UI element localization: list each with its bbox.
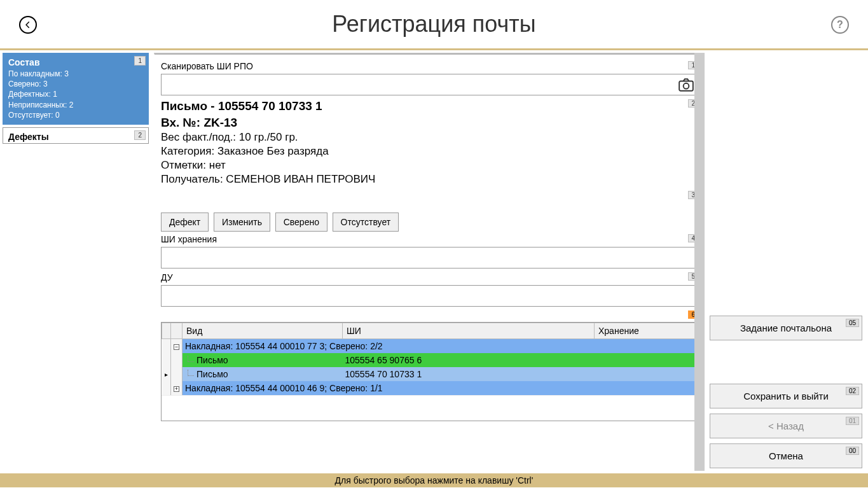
back-button[interactable] xyxy=(19,16,37,34)
center-panel: Сканировать ШИ РПО 1 Письмо - 105554 70 … xyxy=(151,50,705,473)
du-label: ДУ 5 xyxy=(161,272,698,282)
scrollbar[interactable] xyxy=(694,53,705,471)
cancel-button[interactable]: Отмена 00 xyxy=(710,443,862,468)
change-button[interactable]: Изменить xyxy=(214,213,270,232)
arrow-left-icon xyxy=(24,20,32,29)
header: Регистрация почты ? xyxy=(0,0,868,48)
tree-badge-row: 6 xyxy=(161,310,698,319)
help-icon: ? xyxy=(837,19,843,31)
left-sidebar: 1 Состав По накладным: 3 Сверено: 3 Дефе… xyxy=(0,50,151,473)
marks-line: Отметки: нет xyxy=(161,159,698,172)
composition-line: Сверено: 3 xyxy=(8,79,143,89)
camera-icon[interactable] xyxy=(678,76,694,93)
col-storage[interactable]: Хранение xyxy=(595,323,698,339)
table-row[interactable]: −Накладная: 105554 44 00010 77 3; Сверен… xyxy=(162,339,698,354)
page-title: Регистрация почты xyxy=(332,11,535,38)
table-row[interactable]: +Накладная: 105554 44 00010 46 9; Сверен… xyxy=(162,381,698,395)
save-exit-button[interactable]: Сохранить и выйти 02 xyxy=(710,384,862,408)
right-sidebar: Задание почтальона 05 Сохранить и выйти … xyxy=(705,50,867,473)
table-row[interactable]: Письмо105554 65 90765 6 xyxy=(162,353,698,367)
sidebar-item-defects[interactable]: 2 Дефекты xyxy=(3,127,149,144)
composition-line: По накладным: 3 xyxy=(8,69,143,79)
composition-body: По накладным: 3 Сверено: 3 Дефектных: 1 … xyxy=(3,69,148,124)
composition-line: Неприписанных: 2 xyxy=(8,100,143,110)
storage-input[interactable] xyxy=(161,247,698,268)
defects-badge: 2 xyxy=(134,130,146,140)
postman-task-button[interactable]: Задание почтальона 05 xyxy=(710,316,862,340)
back-nav-button[interactable]: < Назад 01 xyxy=(710,414,862,438)
weight-line: Вес факт./под.: 10 гр./50 гр. xyxy=(161,131,698,144)
help-button[interactable]: ? xyxy=(831,16,849,34)
absent-button[interactable]: Отсутствует xyxy=(333,213,399,232)
buttons-badge-row: 3 xyxy=(161,191,698,200)
scan-input[interactable] xyxy=(161,74,698,95)
defects-title: Дефекты xyxy=(3,128,148,143)
tree-table[interactable]: Вид ШИ Хранение −Накладная: 105554 44 00… xyxy=(161,322,698,421)
recipient-line: Получатель: СЕМЕНОВ ИВАН ПЕТРОВИЧ xyxy=(161,173,698,186)
composition-line: Отсутствует: 0 xyxy=(8,110,143,120)
inbox-number: Вх. №: ZK-13 xyxy=(161,116,698,130)
category-line: Категория: Заказное Без разряда xyxy=(161,145,698,158)
footer-hint: Для быстрого выбора нажмите на клавишу '… xyxy=(0,473,868,487)
du-input[interactable] xyxy=(161,285,698,307)
main-area: 1 Состав По накладным: 3 Сверено: 3 Дефе… xyxy=(0,50,868,473)
scan-label: Сканировать ШИ РПО 1 xyxy=(161,61,698,71)
letter-header-row: Письмо - 105554 70 10733 1 2 xyxy=(161,99,698,113)
composition-line: Дефектных: 1 xyxy=(8,89,143,99)
composition-title: Состав xyxy=(3,53,148,69)
defect-button[interactable]: Дефект xyxy=(161,213,209,232)
col-kind[interactable]: Вид xyxy=(183,323,343,339)
sidebar-item-composition[interactable]: 1 Состав По накладным: 3 Сверено: 3 Дефе… xyxy=(3,53,149,125)
action-buttons: Дефект Изменить Сверено Отсутствует xyxy=(161,213,698,232)
composition-badge: 1 xyxy=(134,56,146,66)
storage-label: ШИ хранения 4 xyxy=(161,234,698,244)
verified-button[interactable]: Сверено xyxy=(275,213,327,232)
table-row[interactable]: ▸Письмо105554 70 10733 1 xyxy=(162,367,698,381)
svg-point-1 xyxy=(684,83,689,89)
letter-title: Письмо - 105554 70 10733 1 xyxy=(161,99,322,113)
col-shi[interactable]: ШИ xyxy=(343,323,595,339)
